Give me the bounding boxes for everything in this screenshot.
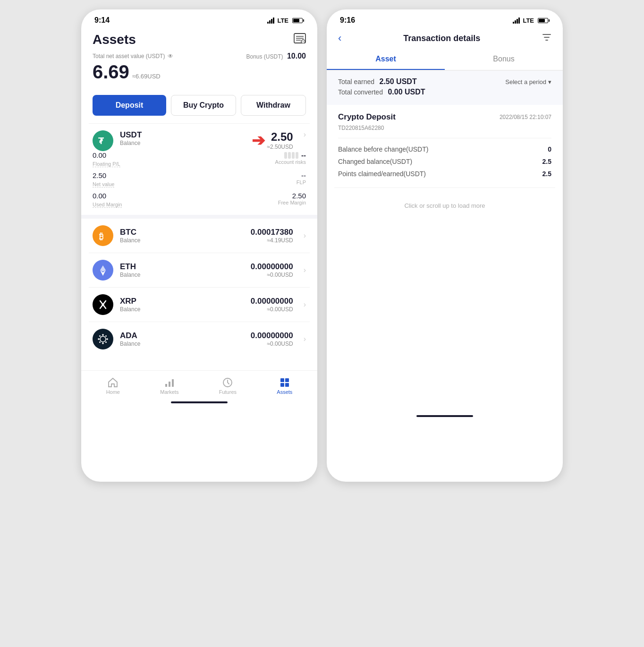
ada-amount: 0.00000000 — [251, 331, 293, 341]
btc-amount: 0.00017380 — [251, 228, 293, 237]
status-bar: 9:14 LTE — [81, 9, 317, 27]
tx-points-row: Points claimed/earned(USDT) 2.5 — [338, 168, 551, 180]
phone-transaction: 9:16 LTE ‹ Transaction details — [327, 9, 563, 482]
svg-text:₮: ₮ — [98, 136, 104, 146]
total-label: Total net asset value (USDT) 👁 — [93, 53, 173, 60]
ada-chevron-icon: › — [304, 335, 306, 343]
btc-row[interactable]: ₿ BTC Balance 0.00017380 ≈4.19USD › — [81, 219, 317, 253]
load-more-text[interactable]: Click or scroll up to load more — [327, 188, 563, 223]
red-arrow-icon: ➔ — [252, 131, 265, 150]
signal-icon-2 — [513, 17, 520, 24]
usdt-amount: 2.50 — [267, 130, 293, 144]
nav-assets[interactable]: Assets — [277, 377, 292, 395]
flp-section: -- FLP — [199, 171, 306, 188]
btc-logo: ₿ — [93, 225, 113, 246]
total-converted-label: Total converted — [338, 88, 383, 96]
svg-rect-21 — [169, 382, 170, 387]
tx-points-label: Points claimed/earned(USDT) — [338, 170, 426, 178]
xrp-usd: ≈0.00USD — [251, 306, 293, 313]
status-time: 9:14 — [94, 16, 110, 25]
net-value-section: 2.50 Net value — [93, 171, 199, 188]
tx-id: TD220815A62280 — [338, 125, 551, 131]
withdraw-button[interactable]: Withdraw — [241, 95, 306, 116]
eth-row[interactable]: ETH Balance 0.00000000 ≈0.00USD › — [81, 253, 317, 287]
eth-chevron-icon: › — [304, 266, 306, 274]
buy-crypto-button[interactable]: Buy Crypto — [171, 95, 236, 116]
tabs-row: Asset Bonus — [327, 49, 563, 71]
battery-icon — [292, 18, 304, 23]
lte-label-2: LTE — [523, 17, 534, 24]
flp-value: -- — [199, 171, 306, 179]
used-margin-value: 0.00 — [93, 192, 199, 200]
xrp-row[interactable]: XRP Balance 0.00000000 ≈0.00USD › — [81, 288, 317, 322]
ada-name: ADA — [120, 331, 244, 341]
eth-logo — [93, 260, 113, 281]
used-margin-section: 0.00 Used Margin — [93, 192, 199, 208]
bottom-nav: Home Markets Futures Assets — [81, 370, 317, 399]
tx-points-value: 2.5 — [542, 170, 551, 178]
filter-icon[interactable] — [542, 33, 551, 44]
back-button[interactable]: ‹ — [338, 32, 341, 44]
nav-assets-label: Assets — [277, 389, 292, 395]
usdt-logo: ₮ — [93, 130, 113, 151]
eth-info: ETH Balance — [120, 262, 244, 278]
tx-detail-header: Crypto Deposit 2022/08/15 22:10:07 — [338, 112, 551, 122]
report-icon[interactable]: ? — [294, 33, 306, 46]
eth-sublabel: Balance — [120, 272, 244, 278]
status-icons-2: LTE — [513, 17, 550, 24]
period-selector[interactable]: Select a period ▾ — [505, 78, 551, 85]
transaction-section: Crypto Deposit 2022/08/15 22:10:07 TD220… — [327, 105, 563, 187]
svg-point-10 — [102, 304, 104, 306]
ada-logo — [93, 329, 113, 349]
total-value: 6.69 — [93, 61, 129, 83]
ada-row[interactable]: ADA Balance 0.00000000 ≈0.00USD › — [81, 322, 317, 356]
usdt-value: 2.50 ≈2.50USD — [267, 130, 293, 150]
floating-pl-section: 0.00 Floating P/L — [93, 151, 199, 168]
status-bar-2: 9:16 LTE — [327, 9, 563, 27]
xrp-amount: 0.00000000 — [251, 297, 293, 306]
xrp-value: 0.00000000 ≈0.00USD — [251, 297, 293, 313]
svg-marker-8 — [100, 265, 106, 272]
usdt-value-section: ➔ 2.50 ≈2.50USD — [252, 130, 293, 150]
tx-title: Crypto Deposit — [338, 112, 396, 122]
tx-changed-balance-row: Changed balance(USDT) 2.5 — [338, 155, 551, 168]
divider-thick — [81, 215, 317, 219]
tab-asset[interactable]: Asset — [327, 49, 445, 70]
svg-rect-27 — [285, 383, 289, 387]
xrp-logo — [93, 294, 113, 315]
eye-icon[interactable]: 👁 — [168, 53, 173, 60]
assets-header: Assets ? — [81, 27, 317, 50]
total-converted-row: Total converted 0.00 USDT — [338, 88, 551, 96]
tx-balance-before-label: Balance before change(USDT) — [338, 145, 428, 153]
svg-point-13 — [102, 342, 104, 344]
tx-header: ‹ Transaction details — [327, 27, 563, 49]
free-margin-value: 2.50 — [199, 192, 306, 200]
ada-sublabel: Balance — [120, 341, 244, 347]
svg-point-11 — [100, 336, 106, 342]
tx-summary: Total earned 2.50 USDT Select a period ▾… — [327, 71, 563, 105]
nav-futures[interactable]: Futures — [219, 377, 237, 395]
status-time-2: 9:16 — [340, 16, 355, 25]
xrp-info: XRP Balance — [120, 297, 244, 313]
floating-pl-label: Floating P/L — [93, 161, 120, 167]
usdt-row[interactable]: ₮ USDT Balance ➔ 2.50 ≈2.50USD › — [81, 124, 317, 151]
futures-icon — [222, 377, 233, 388]
usdt-usd: ≈2.50USD — [267, 144, 293, 150]
home-indicator-2 — [416, 415, 473, 417]
tx-date: 2022/08/15 22:10:07 — [500, 114, 551, 120]
tab-bonus[interactable]: Bonus — [445, 49, 563, 70]
svg-point-16 — [99, 335, 101, 337]
svg-point-14 — [98, 338, 100, 340]
nav-markets[interactable]: Markets — [160, 377, 178, 395]
free-margin-section: 2.50 Free Margin — [199, 192, 306, 208]
svg-rect-22 — [172, 379, 174, 387]
nav-home[interactable]: Home — [106, 377, 120, 395]
svg-rect-25 — [285, 378, 289, 382]
nav-home-label: Home — [106, 389, 120, 395]
deposit-button[interactable]: Deposit — [93, 95, 166, 116]
tx-balance-before-value: 0 — [548, 145, 551, 153]
svg-point-17 — [105, 341, 107, 343]
home-indicator — [171, 401, 228, 403]
tx-changed-balance-label: Changed balance(USDT) — [338, 158, 412, 165]
period-chevron-icon: ▾ — [548, 78, 551, 85]
